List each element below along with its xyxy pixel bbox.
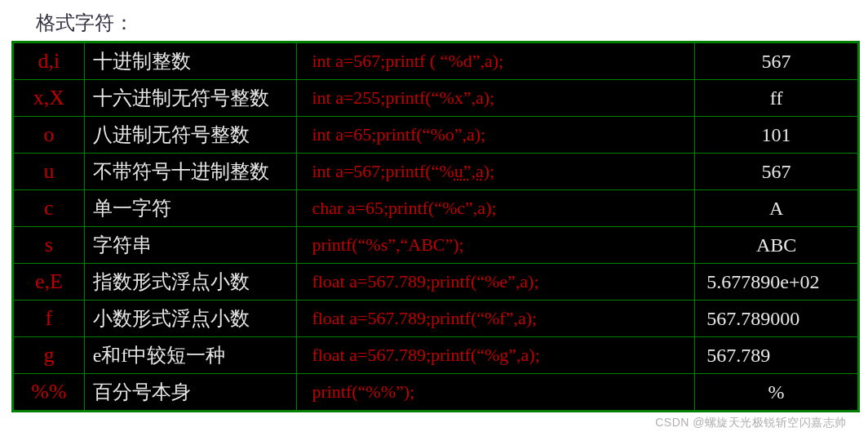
format-output: ff — [695, 80, 859, 117]
csdn-watermark: CSDN @螺旋天光极锐斩空闪嘉志帅 — [8, 416, 860, 430]
format-description: 不带符号十进制整数 — [84, 154, 297, 190]
format-output: 101 — [695, 117, 859, 154]
format-example-code: float a=567.789;printf(“%e”,a); — [297, 264, 695, 301]
table-row: s字符串printf(“%s”,“ABC”);ABC — [13, 227, 859, 264]
format-output: 567.789000 — [695, 301, 859, 337]
format-output: 567.789 — [695, 337, 859, 374]
format-specifier: c — [13, 190, 85, 227]
format-description: 百分号本身 — [84, 374, 297, 412]
format-specifier: e,E — [13, 264, 85, 301]
format-example-code: float a=567.789;printf(“%f”,a); — [297, 301, 695, 337]
format-output: ABC — [695, 227, 859, 264]
format-example-code: printf(“%s”,“ABC”); — [297, 227, 695, 264]
format-description: 八进制无符号整数 — [84, 117, 297, 154]
format-example-code: printf(“%%”); — [297, 374, 695, 412]
format-description: 字符串 — [84, 227, 297, 264]
format-example-code: int a=65;printf(“%o”,a); — [297, 117, 695, 154]
format-description: 单一字符 — [84, 190, 297, 227]
table-body: d,i十进制整数int a=567;printf ( “%d”,a);567x,… — [13, 42, 859, 412]
format-description: 十进制整数 — [84, 42, 297, 80]
format-example-code: char a=65;printf(“%c”,a); — [297, 190, 695, 227]
table-row: ge和f中较短一种float a=567.789;printf(“%g”,a);… — [13, 337, 859, 374]
format-output: 567 — [695, 154, 859, 190]
section-title: 格式字符： — [36, 10, 860, 36]
format-output: 5.677890e+02 — [695, 264, 859, 301]
table-row: d,i十进制整数int a=567;printf ( “%d”,a);567 — [13, 42, 859, 80]
format-specifier: d,i — [13, 42, 85, 80]
format-output: A — [695, 190, 859, 227]
format-specifier: f — [13, 301, 85, 337]
format-description: 十六进制无符号整数 — [84, 80, 297, 117]
format-description: e和f中较短一种 — [84, 337, 297, 374]
format-specifier: g — [13, 337, 85, 374]
format-example-code: int a=567;printf(“%u”,a); — [297, 154, 695, 190]
format-example-code: int a=567;printf ( “%d”,a); — [297, 42, 695, 80]
format-output: 567 — [695, 42, 859, 80]
format-specifier: u — [13, 154, 85, 190]
format-output: % — [695, 374, 859, 412]
format-example-code: int a=255;printf(“%x”,a); — [297, 80, 695, 117]
table-row: f小数形式浮点小数float a=567.789;printf(“%f”,a);… — [13, 301, 859, 337]
format-specifier: x,X — [13, 80, 85, 117]
format-specifier: o — [13, 117, 85, 154]
table-row: e,E指数形式浮点小数float a=567.789;printf(“%e”,a… — [13, 264, 859, 301]
format-specifier: s — [13, 227, 85, 264]
format-specifier: %% — [13, 374, 85, 412]
format-description: 指数形式浮点小数 — [84, 264, 297, 301]
table-row: %%百分号本身printf(“%%”);% — [13, 374, 859, 412]
table-row: x,X十六进制无符号整数int a=255;printf(“%x”,a);ff — [13, 80, 859, 117]
format-specifier-table: d,i十进制整数int a=567;printf ( “%d”,a);567x,… — [11, 41, 860, 412]
format-example-code: float a=567.789;printf(“%g”,a); — [297, 337, 695, 374]
table-row: u不带符号十进制整数int a=567;printf(“%u”,a);567 — [13, 154, 859, 190]
format-description: 小数形式浮点小数 — [84, 301, 297, 337]
table-row: c单一字符char a=65;printf(“%c”,a);A — [13, 190, 859, 227]
table-row: o八进制无符号整数int a=65;printf(“%o”,a);101 — [13, 117, 859, 154]
